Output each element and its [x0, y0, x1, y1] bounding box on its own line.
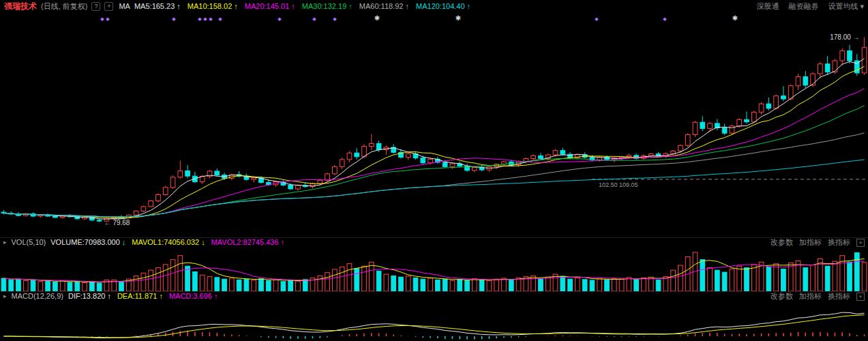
vol-switch-indicator-button[interactable]: 换指标	[828, 238, 850, 247]
svg-text:◆: ◆	[278, 16, 282, 21]
svg-text:◆: ◆	[333, 16, 337, 21]
ma-readout-30: MA30:132.19 ↑	[302, 2, 353, 10]
vol-panel-toggle-icon[interactable]: ▸	[3, 238, 7, 247]
svg-text:✱: ✱	[374, 14, 380, 22]
macd-panel-readout-1: DEA:11.871	[117, 292, 158, 300]
svg-text:◆: ◆	[172, 16, 176, 21]
margin-trading-link[interactable]: 融资融券	[788, 1, 818, 12]
ma-readout-5: MA5:165.23 ↑	[134, 2, 181, 10]
tool-icon[interactable]: +	[104, 2, 113, 11]
vol-indicator-title: VOL(5,10)	[12, 238, 46, 247]
macd-panel-trend-arrow-0: ↑	[107, 292, 111, 300]
main-candlestick-chart[interactable]: 102.50 109.05178.00 →← 79.68◆◆◆◆◆◆◆◆◆◆✱✱…	[0, 12, 868, 237]
help-icon[interactable]: ?	[91, 2, 100, 11]
vol-panel-values: VOLUME:70983.000↓MAVOL1:74056.032↓MAVOL2…	[50, 238, 290, 247]
macd-panel-readout-0: DIF:13.820	[68, 292, 105, 300]
vol-panel-trend-arrow-2: ↑	[281, 238, 285, 246]
vol-panel-readout-2: MAVOL2:82745.436	[211, 238, 279, 246]
macd-indicator-title: MACD(12,26,9)	[12, 292, 63, 301]
svg-text:◆: ◆	[106, 16, 110, 21]
vol-panel-header: ▸ VOL(5,10) VOLUME:70983.000↓MAVOL1:7405…	[0, 237, 868, 247]
event-markers-layer: ◆◆◆◆◆◆◆◆◆◆✱✱◆◆✱	[100, 14, 738, 22]
low-price-label: ← 79.68	[104, 219, 130, 226]
macd-panel-close-button[interactable]: ×	[856, 293, 865, 301]
svg-text:◆: ◆	[218, 16, 222, 21]
ma-lines-layer	[3, 59, 864, 219]
macd-panel-values: DIF:13.820↑DEA:11.871↑MACD:3.696↑	[68, 292, 224, 301]
vol-change-params-button[interactable]: 改参数	[770, 238, 793, 247]
svg-text:◆: ◆	[100, 16, 104, 21]
macd-panel-readout-2: MACD:3.696	[169, 292, 212, 300]
svg-text:◆: ◆	[203, 16, 207, 21]
svg-text:✱: ✱	[455, 14, 461, 22]
macd-chart[interactable]	[0, 301, 868, 341]
topbar-links: 深股通融资融券设置均线 ▾	[756, 1, 864, 12]
macd-switch-indicator-button[interactable]: 换指标	[828, 292, 850, 301]
sz-connect-link[interactable]: 深股通	[756, 1, 779, 12]
svg-text:102.50 109.05: 102.50 109.05	[599, 181, 638, 188]
period-label: (日线, 前复权)	[41, 1, 87, 12]
svg-text:◆: ◆	[663, 16, 667, 21]
macd-panel-trend-arrow-2: ↑	[214, 292, 218, 300]
candles-layer	[1, 38, 867, 222]
volume-chart[interactable]	[0, 247, 868, 291]
vol-panel-readout-1: MAVOL1:74056.032	[132, 238, 199, 246]
vol-panel-readout-0: VOLUME:70983.000	[50, 238, 120, 246]
vol-add-indicator-button[interactable]: 加指标	[799, 238, 822, 247]
high-price-label: 178.00 →	[830, 33, 859, 41]
ma-settings-button[interactable]: 设置均线 ▾	[828, 1, 864, 12]
macd-panel-trend-arrow-1: ↑	[159, 292, 163, 300]
svg-text:◆: ◆	[198, 16, 202, 21]
vol-panel-trend-arrow-1: ↓	[201, 238, 205, 246]
svg-text:◆: ◆	[312, 16, 316, 21]
ma-readout-20: MA20:145.01 ↑	[245, 2, 295, 10]
ma-readout-120: MA120:104.40 ↑	[416, 2, 470, 10]
stock-name: 强瑞技术	[4, 1, 37, 12]
svg-text:✱: ✱	[732, 14, 738, 22]
macd-change-params-button[interactable]: 改参数	[770, 292, 793, 301]
vol-panel-controls: 改参数加指标换指标×	[770, 238, 865, 247]
macd-panel-header: ▸ MACD(12,26,9) DIF:13.820↑DEA:11.871↑MA…	[0, 291, 868, 301]
svg-text:◆: ◆	[595, 16, 599, 21]
macd-panel-toggle-icon[interactable]: ▸	[3, 292, 7, 301]
ma-readout-10: MA10:158.02 ↑	[188, 2, 238, 10]
ma-values: MA5:165.23 ↑MA10:158.02 ↑MA20:145.01 ↑MA…	[134, 2, 477, 10]
vol-panel-close-button[interactable]: ×	[856, 239, 865, 247]
ma-indicator-label: MA	[119, 2, 130, 10]
top-toolbar: 强瑞技术 (日线, 前复权) ? + MA MA5:165.23 ↑MA10:1…	[0, 0, 868, 12]
vol-panel-trend-arrow-0: ↓	[122, 238, 126, 246]
macd-panel-controls: 改参数加指标换指标×	[770, 292, 865, 301]
svg-text:◆: ◆	[209, 16, 213, 21]
ma-readout-60: MA60:118.92 ↑	[359, 2, 409, 10]
macd-add-indicator-button[interactable]: 加指标	[799, 292, 822, 301]
stock-chart-app: 强瑞技术 (日线, 前复权) ? + MA MA5:165.23 ↑MA10:1…	[0, 0, 868, 341]
